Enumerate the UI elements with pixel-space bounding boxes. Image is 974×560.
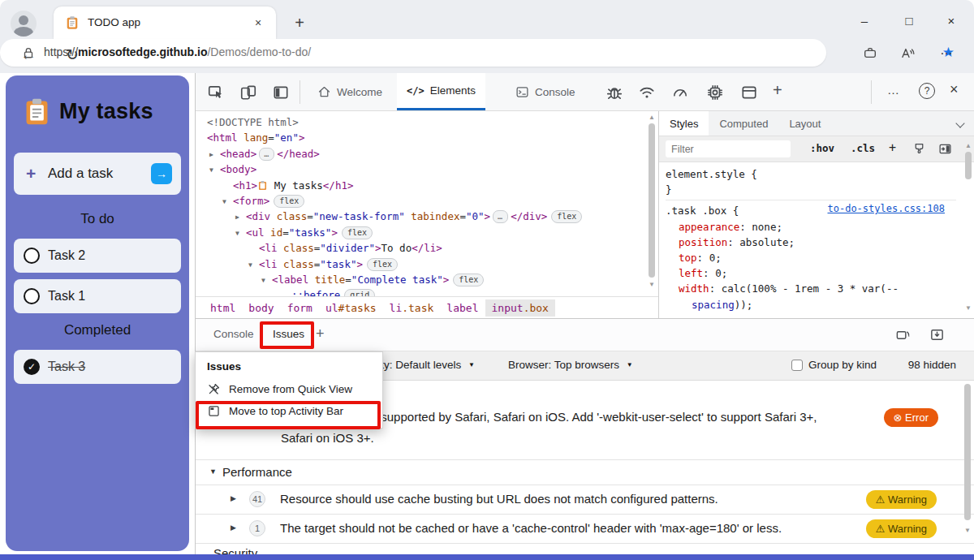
issue-row-warning[interactable]: ▶1The target should not be cached or hav… — [196, 515, 974, 544]
dom-tree-node[interactable]: <html lang="en"> — [196, 130, 647, 145]
css-line[interactable]: element.style { — [666, 166, 963, 182]
drawer-add-tab-button[interactable]: + — [316, 325, 325, 342]
add-task-field[interactable]: + Add a task → — [14, 153, 181, 195]
css-line[interactable]: appearance: none; — [666, 219, 963, 235]
layout-badge[interactable]: flex — [274, 195, 304, 208]
devtools-close-button[interactable]: × — [950, 81, 959, 98]
maximize-button[interactable]: □ — [895, 10, 923, 32]
group-by-kind-control[interactable]: Group by kind — [791, 359, 877, 371]
brush-icon[interactable] — [912, 142, 926, 156]
layout-badge[interactable]: flex — [367, 258, 398, 271]
ellipsis-badge[interactable]: … — [259, 148, 274, 161]
expand-arrow-icon[interactable]: ▶ — [235, 209, 239, 225]
layout-badge[interactable]: flex — [342, 226, 373, 239]
css-line[interactable]: } — [666, 182, 963, 197]
expand-arrow-icon[interactable]: ▼ — [261, 273, 265, 288]
dom-tree-node[interactable]: ::beforegrid — [196, 287, 647, 296]
css-rules[interactable]: element.style {}.task .box {to-do-styles… — [659, 162, 963, 318]
scrollbar-thumb[interactable] — [965, 152, 972, 179]
browser-dropdown[interactable]: Browser: Top browsers ▼ — [508, 359, 633, 371]
window-close-button[interactable]: × — [937, 10, 965, 32]
css-line[interactable]: left: 0; — [666, 265, 963, 281]
task-checkbox-checked[interactable]: ✓ — [24, 359, 40, 375]
device-emulation-icon[interactable] — [239, 84, 257, 101]
task-item[interactable]: Task 2 — [14, 239, 181, 273]
css-line[interactable]: top: 0; — [666, 250, 963, 265]
performance-gauge-icon[interactable] — [671, 84, 689, 101]
collections-icon[interactable] — [862, 45, 878, 60]
breadcrumb-item[interactable]: html — [204, 299, 242, 317]
minimize-button[interactable]: – — [851, 10, 878, 32]
scroll-down-arrow[interactable]: ▼ — [963, 304, 973, 312]
scroll-down-arrow[interactable]: ▼ — [963, 527, 972, 534]
task-item-completed[interactable]: ✓ Task 3 — [14, 350, 181, 384]
bug-icon[interactable] — [606, 84, 623, 101]
tab-computed[interactable]: Computed — [709, 111, 778, 136]
profile-avatar[interactable] — [11, 11, 37, 37]
dom-tree[interactable]: <!DOCTYPE html><html lang="en">▶<head>…<… — [196, 111, 647, 296]
breadcrumb-item[interactable]: ul#tasks — [319, 299, 383, 317]
new-tab-button[interactable]: + — [289, 13, 310, 34]
issue-row-warning[interactable]: ▶41Resource should use cache busting but… — [196, 485, 974, 515]
dom-tree-node[interactable]: <li class="divider">To do</li> — [196, 240, 647, 256]
issues-section-performance[interactable]: ▼ Performance — [196, 460, 974, 485]
dom-scrollbar[interactable]: ▲ ▼ — [647, 114, 657, 294]
add-task-submit-button[interactable]: → — [151, 163, 172, 184]
expand-arrow-icon[interactable]: ▶ — [231, 494, 236, 502]
inspect-element-icon[interactable] — [207, 84, 225, 101]
tab-welcome[interactable]: Welcome — [308, 73, 392, 110]
tab-console[interactable]: Console — [506, 73, 585, 110]
tab-styles[interactable]: Styles — [659, 111, 709, 136]
task-checkbox[interactable] — [24, 288, 40, 304]
collapse-arrow-icon[interactable]: ▼ — [209, 467, 217, 476]
menu-item[interactable]: Remove from Quick View — [196, 378, 382, 400]
layout-panel-icon[interactable] — [740, 84, 758, 101]
expand-drawer-icon[interactable] — [929, 327, 945, 342]
scroll-up-arrow[interactable]: ▲ — [963, 142, 973, 149]
devtools-help-button[interactable]: ? — [919, 83, 935, 99]
dom-tree-node[interactable]: ▶<div class="new-task-form" tabindex="0"… — [196, 209, 647, 224]
dom-tree-node[interactable]: <!DOCTYPE html> — [196, 114, 647, 130]
breadcrumb-item[interactable]: input.box — [485, 299, 555, 317]
expand-arrow-icon[interactable]: ▼ — [248, 257, 252, 273]
chevron-down-icon[interactable] — [955, 118, 964, 127]
tab-elements[interactable]: </> Elements — [397, 73, 485, 110]
breadcrumb-item[interactable]: form — [281, 299, 319, 317]
group-by-kind-checkbox[interactable] — [791, 360, 803, 371]
sidebar-toggle-icon[interactable] — [938, 142, 952, 156]
add-tool-button[interactable]: + — [773, 81, 782, 100]
css-line[interactable]: position: absolute; — [666, 235, 963, 250]
devtools-more-button[interactable]: … — [887, 83, 900, 97]
css-line[interactable]: width: calc(100% - 1rem - 3 * var(-- — [666, 281, 963, 296]
layout-badge[interactable]: flex — [551, 210, 582, 223]
dock-side-icon[interactable] — [272, 84, 290, 101]
dom-tree-node[interactable]: ▼<li class="task">flex — [196, 256, 647, 272]
ellipsis-badge[interactable]: … — [493, 210, 508, 223]
styles-filter-input[interactable] — [666, 140, 791, 157]
tab-close-button[interactable]: × — [250, 15, 266, 31]
issues-scrollbar[interactable]: ▼ — [963, 384, 972, 546]
expand-arrow-icon[interactable]: ▼ — [222, 194, 226, 209]
css-line[interactable]: .task .box {to-do-styles.css:108 — [666, 200, 956, 218]
expand-arrow-icon[interactable]: ▼ — [209, 162, 213, 178]
dom-tree-node[interactable]: <h1> My tasks</h1> — [196, 178, 647, 193]
drawer-tab-console[interactable]: Console — [213, 328, 254, 340]
network-wifi-icon[interactable] — [638, 84, 656, 101]
tab-layout[interactable]: Layout — [778, 111, 831, 136]
dom-tree-node[interactable]: ▼<body> — [196, 162, 647, 177]
new-style-rule-button[interactable]: + — [889, 140, 896, 155]
scrollbar-thumb[interactable] — [649, 123, 655, 278]
task-checkbox[interactable] — [24, 248, 40, 264]
scroll-down-arrow[interactable]: ▼ — [647, 281, 657, 288]
address-bar[interactable]: https://microsoftedge.github.io/Demos/de… — [0, 39, 826, 67]
dom-tree-node[interactable]: ▼<ul id="tasks">flex — [196, 225, 647, 240]
css-line[interactable]: spacing)); — [666, 297, 963, 312]
cls-toggle[interactable]: .cls — [851, 142, 875, 154]
browser-menu-button[interactable]: … — [940, 43, 954, 58]
issues-section-security-partial[interactable]: Security — [196, 544, 974, 554]
scrollbar-thumb[interactable] — [964, 384, 971, 520]
browser-tab[interactable]: TODO app × — [54, 6, 276, 39]
read-aloud-icon[interactable] — [899, 45, 919, 60]
dom-tree-node[interactable]: ▶<head>…</head> — [196, 146, 647, 162]
scroll-up-arrow[interactable]: ▲ — [647, 114, 657, 121]
